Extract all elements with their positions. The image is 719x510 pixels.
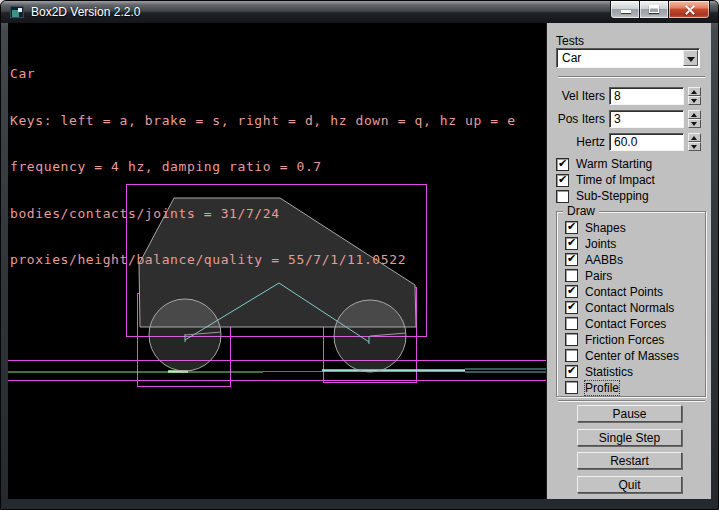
checkbox-sub-stepping[interactable]: Sub-Stepping [556,189,649,203]
single-step-button[interactable]: Single Step [577,429,682,446]
app-icon [10,6,24,18]
checkbox-icon [556,158,569,171]
separator [558,76,705,78]
simulation-canvas[interactable]: Car Keys: left = a, brake = s, right = d… [8,23,546,499]
checkbox-joints[interactable]: Joints [565,237,679,250]
checkbox-icon [565,221,578,234]
checkbox-pairs[interactable]: Pairs [565,269,679,282]
overlay-line-statistics: bodies/contacts/joints = 31/7/24 [10,206,516,222]
spinner-down-icon[interactable] [688,119,701,128]
checkbox-friction-forces[interactable]: Friction Forces [565,333,679,346]
tests-dropdown[interactable]: Car [556,48,700,68]
spinner-up-icon[interactable] [688,110,701,119]
checkbox-contact-points[interactable]: Contact Points [565,285,679,298]
checkbox-icon [565,333,578,346]
pos-iters-input[interactable] [609,110,684,128]
overlay-line-frequency: frequency = 4 hz, damping ratio = 0.7 [10,159,516,175]
close-button[interactable] [669,1,710,19]
checkbox-icon [565,349,578,362]
close-icon [684,5,695,14]
tests-dropdown-value: Car [562,51,581,65]
hertz-input[interactable] [609,133,684,151]
checkbox-shapes[interactable]: Shapes [565,221,679,234]
checkbox-icon [565,285,578,298]
checkbox-warm-starting[interactable]: Warm Starting [556,157,652,171]
hertz-stepper [688,133,701,151]
spinner-down-icon[interactable] [688,96,701,105]
quit-button[interactable]: Quit [577,476,682,493]
checkbox-icon [565,237,578,250]
checkbox-statistics[interactable]: Statistics [565,365,679,378]
maximize-button[interactable] [640,1,669,19]
window-title: Box2D Version 2.2.0 [31,5,140,19]
chevron-down-icon [687,57,695,62]
spinner-up-icon[interactable] [688,133,701,142]
checkbox-icon [556,174,569,187]
pos-iters-stepper [688,110,701,128]
checkbox-icon [565,317,578,330]
spinner-down-icon[interactable] [688,142,701,151]
checkbox-icon [565,269,578,282]
checkbox-icon [565,301,578,314]
checkbox-icon [556,190,569,203]
checkbox-contact-forces[interactable]: Contact Forces [565,317,679,330]
maximize-icon [649,5,659,13]
debug-text-overlay: Car Keys: left = a, brake = s, right = d… [10,35,516,299]
vel-iters-stepper [688,87,701,105]
tests-label: Tests [556,34,584,48]
dropdown-arrow-button[interactable] [683,50,698,66]
overlay-line-title: Car [10,66,516,82]
minimize-button[interactable] [610,1,640,19]
app-window: Box2D Version 2.2.0 [0,0,719,510]
checkbox-icon [565,381,578,394]
checkbox-profile[interactable]: Profile [565,381,679,394]
overlay-line-keys: Keys: left = a, brake = s, right = d, hz… [10,113,516,129]
vel-iters-input[interactable] [609,87,684,105]
pause-button[interactable]: Pause [577,405,682,422]
checkbox-icon [565,253,578,266]
draw-group-title: Draw [563,204,599,218]
checkbox-icon [565,365,578,378]
checkbox-time-of-impact[interactable]: Time of Impact [556,173,655,187]
control-panel: Tests Car Vel Iters Pos Iters Hertz [546,23,711,499]
pos-iters-label: Pos Iters [547,112,605,126]
hertz-label: Hertz [547,135,605,149]
checkbox-center-of-masses[interactable]: Center of Masses [565,349,679,362]
checkbox-contact-normals[interactable]: Contact Normals [565,301,679,314]
vel-iters-label: Vel Iters [547,89,605,103]
draw-group-box: Draw Shapes Joints AABBs [556,211,706,397]
minimize-icon [621,10,631,13]
separator [558,400,705,402]
overlay-line-quality: proxies/height/balance/quality = 55/7/1/… [10,252,516,268]
title-bar[interactable]: Box2D Version 2.2.0 [1,1,718,23]
spinner-up-icon[interactable] [688,87,701,96]
checkbox-aabbs[interactable]: AABBs [565,253,679,266]
restart-button[interactable]: Restart [577,452,682,469]
